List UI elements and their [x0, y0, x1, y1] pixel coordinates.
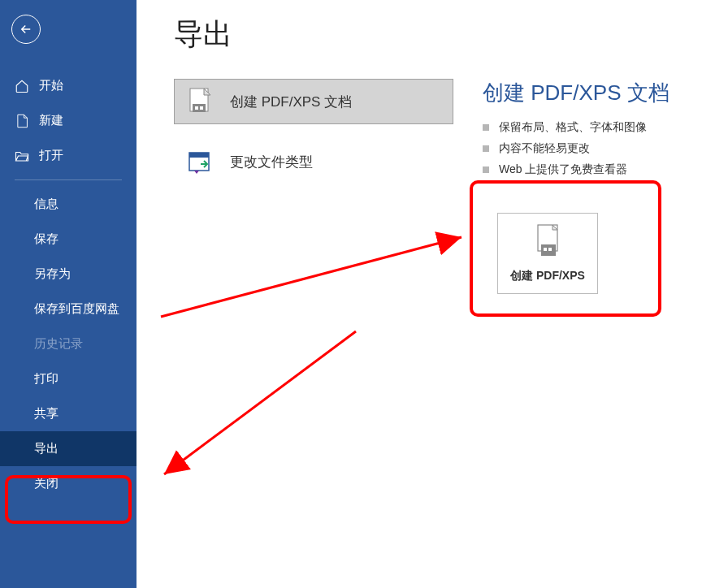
- option-change-file-type[interactable]: 更改文件类型: [174, 139, 453, 184]
- nav-label: 开始: [39, 78, 63, 93]
- nav-divider: [15, 179, 122, 180]
- back-button[interactable]: [11, 15, 41, 44]
- nav-label: 历史记录: [34, 336, 83, 352]
- nav-new[interactable]: 新建: [0, 103, 136, 138]
- svg-rect-9: [548, 248, 552, 251]
- sidebar: 开始 新建 打开 信息 保存 另存为 保存到百度网盘 历史记录: [0, 0, 136, 588]
- bullet-text: 内容不能轻易更改: [499, 141, 590, 156]
- bullet-text: 保留布局、格式、字体和图像: [499, 120, 647, 135]
- pdf-document-icon: [186, 88, 214, 115]
- nav-label: 共享: [34, 406, 58, 422]
- bullet-item: 保留布局、格式、字体和图像: [483, 117, 712, 138]
- detail-bullets: 保留布局、格式、字体和图像 内容不能轻易更改 Web 上提供了免费查看器: [483, 117, 712, 180]
- button-label: 创建 PDF/XPS: [510, 269, 585, 283]
- nav-open[interactable]: 打开: [0, 138, 136, 173]
- bullet-text: Web 上提供了免费查看器: [499, 162, 627, 177]
- nav-save[interactable]: 保存: [0, 222, 136, 257]
- detail-title: 创建 PDF/XPS 文档: [483, 79, 712, 107]
- nav-label: 保存: [34, 231, 58, 247]
- home-icon: [15, 79, 29, 93]
- svg-rect-2: [195, 106, 198, 110]
- change-file-type-icon: [186, 148, 214, 175]
- export-options: 创建 PDF/XPS 文档 更改文件类型: [174, 79, 453, 294]
- nav-label: 信息: [34, 197, 58, 212]
- nav-label: 保存到百度网盘: [34, 301, 119, 317]
- folder-icon: [15, 149, 29, 162]
- pdf-export-icon: [531, 223, 564, 262]
- nav-save-baidu[interactable]: 保存到百度网盘: [0, 292, 136, 326]
- nav-saveas[interactable]: 另存为: [0, 257, 136, 292]
- file-icon: [15, 114, 29, 128]
- nav-label: 另存为: [34, 266, 71, 282]
- export-detail: 创建 PDF/XPS 文档 保留布局、格式、字体和图像 内容不能轻易更改 Web…: [483, 79, 712, 294]
- option-label: 创建 PDF/XPS 文档: [230, 93, 352, 111]
- svg-rect-5: [189, 153, 209, 158]
- nav-info[interactable]: 信息: [0, 187, 136, 222]
- nav-label: 打印: [34, 371, 58, 387]
- svg-rect-3: [200, 106, 203, 110]
- bullet-item: Web 上提供了免费查看器: [483, 159, 712, 180]
- bullet-item: 内容不能轻易更改: [483, 138, 712, 159]
- svg-rect-8: [544, 248, 547, 251]
- nav-label: 新建: [39, 113, 63, 128]
- nav-export[interactable]: 导出: [0, 431, 136, 466]
- create-pdf-xps-button[interactable]: 创建 PDF/XPS: [497, 213, 598, 294]
- main-content: 导出 创建 PDF/XPS 文档: [136, 0, 728, 588]
- nav-history: 历史记录: [0, 326, 136, 361]
- option-label: 更改文件类型: [230, 153, 313, 171]
- nav-print[interactable]: 打印: [0, 361, 136, 396]
- nav-label: 打开: [39, 148, 63, 163]
- svg-rect-1: [193, 104, 206, 112]
- option-create-pdf-xps[interactable]: 创建 PDF/XPS 文档: [174, 79, 453, 124]
- nav-share[interactable]: 共享: [0, 396, 136, 431]
- nav-close[interactable]: 关闭: [0, 466, 136, 501]
- nav-label: 关闭: [34, 476, 58, 491]
- nav-home[interactable]: 开始: [0, 68, 136, 103]
- page-title: 导出: [174, 15, 712, 54]
- nav-label: 导出: [34, 441, 58, 456]
